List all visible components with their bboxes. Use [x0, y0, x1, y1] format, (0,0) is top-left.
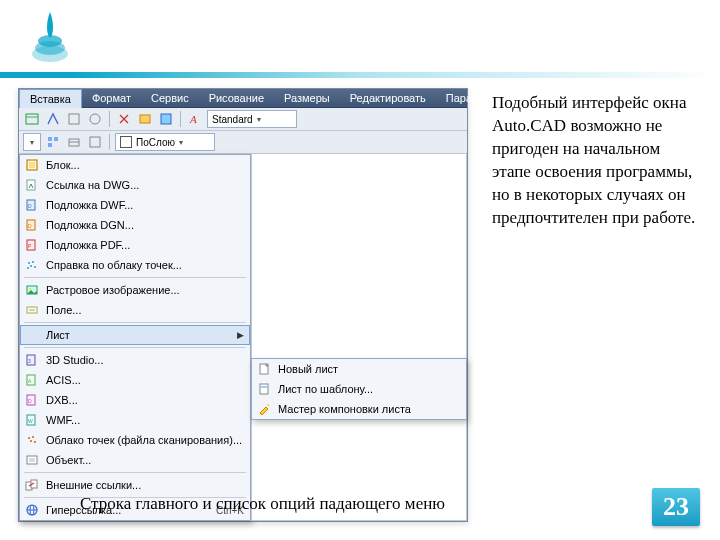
- toolbar-icon[interactable]: [44, 110, 62, 128]
- svg-rect-7: [140, 115, 150, 123]
- toolbar-icon[interactable]: [44, 133, 62, 151]
- menu-item[interactable]: Внешние ссылки...: [20, 475, 250, 495]
- svg-point-42: [28, 437, 30, 439]
- block-icon: [24, 157, 40, 173]
- menu-item[interactable]: 33D Studio...: [20, 350, 250, 370]
- menu-item-label: Подложка DGN...: [46, 219, 244, 231]
- wmf-icon: W: [24, 412, 40, 428]
- submenu-item[interactable]: Новый лист: [252, 359, 466, 379]
- page-number-badge: 23: [652, 488, 700, 526]
- field-icon: [24, 302, 40, 318]
- dgn-icon: D: [24, 217, 40, 233]
- svg-text:D: D: [28, 223, 32, 229]
- drawing-canvas[interactable]: [251, 154, 467, 521]
- menu-item-label: Внешние ссылки...: [46, 479, 244, 491]
- submenu-item-label: Новый лист: [278, 363, 460, 375]
- svg-rect-54: [260, 384, 268, 394]
- toolbar-icon[interactable]: [23, 110, 41, 128]
- toolbar-row-2: ▾ ПоСлою ▾: [19, 131, 467, 154]
- svg-text:D: D: [28, 203, 32, 209]
- svg-text:A: A: [189, 113, 197, 125]
- menu-item[interactable]: Объект...: [20, 450, 250, 470]
- menu-separator: [24, 277, 246, 278]
- 3ds-icon: 3: [24, 352, 40, 368]
- menu-item[interactable]: Сервис: [141, 89, 199, 107]
- menu-item[interactable]: Облако точек (файла сканирования)...: [20, 430, 250, 450]
- svg-rect-12: [48, 143, 52, 147]
- menu-item-label: Объект...: [46, 454, 244, 466]
- color-swatch: [120, 136, 132, 148]
- menu-item[interactable]: Размеры: [274, 89, 340, 107]
- style-combo-value: Standard: [212, 114, 253, 125]
- menu-item-label: Справка по облаку точек...: [46, 259, 244, 271]
- menu-item[interactable]: Лист▶: [20, 325, 250, 345]
- menu-item[interactable]: WWMF...: [20, 410, 250, 430]
- menu-item[interactable]: Редактировать: [340, 89, 436, 107]
- pdf-icon: P: [24, 237, 40, 253]
- svg-point-25: [28, 262, 30, 264]
- submenu-item[interactable]: Мастер компоновки листа: [252, 399, 466, 419]
- pcloud-icon: [24, 257, 40, 273]
- toolbar-icon[interactable]: [65, 110, 83, 128]
- svg-text:D: D: [28, 398, 32, 404]
- sheet-submenu: Новый листЛист по шаблону...Мастер компо…: [251, 358, 467, 420]
- menu-item[interactable]: Вставка: [19, 89, 82, 108]
- toolbar-icon[interactable]: [65, 133, 83, 151]
- raster-icon: [24, 282, 40, 298]
- toolbar-icon[interactable]: [86, 133, 104, 151]
- svg-rect-15: [90, 137, 100, 147]
- svg-point-56: [267, 404, 269, 406]
- text-style-icon[interactable]: A: [186, 110, 204, 128]
- svg-rect-8: [161, 114, 171, 124]
- menu-item[interactable]: DПодложка DWF...: [20, 195, 250, 215]
- submenu-item[interactable]: Лист по шаблону...: [252, 379, 466, 399]
- dwf-icon: D: [24, 197, 40, 213]
- menu-item[interactable]: Формат: [82, 89, 141, 107]
- layer-combo[interactable]: ПоСлою ▾: [115, 133, 215, 151]
- svg-point-44: [30, 440, 32, 442]
- toolbar-icon[interactable]: [157, 110, 175, 128]
- xref-icon: [24, 477, 40, 493]
- submenu-item-label: Лист по шаблону...: [278, 383, 460, 395]
- dropdown-arrow-icon: ▾: [179, 138, 183, 147]
- newsheet-icon: [256, 361, 272, 377]
- slide-logo: [28, 8, 72, 66]
- menu-item[interactable]: AACIS...: [20, 370, 250, 390]
- menu-item[interactable]: Растровое изображение...: [20, 280, 250, 300]
- menu-separator: [24, 347, 246, 348]
- menu-item[interactable]: DDXB...: [20, 390, 250, 410]
- style-combo[interactable]: Standard ▾: [207, 110, 297, 128]
- menu-item[interactable]: Поле...: [20, 300, 250, 320]
- dropdown-arrow-icon: ▾: [30, 138, 34, 147]
- svg-rect-17: [29, 162, 35, 168]
- dropdown-arrow-icon: ▾: [257, 115, 261, 124]
- toolbar-icon[interactable]: [136, 110, 154, 128]
- wizard-icon: [256, 401, 272, 417]
- workarea: Блок...Ссылка на DWG...DПодложка DWF...D…: [19, 154, 467, 521]
- menu-item[interactable]: PПодложка PDF...: [20, 235, 250, 255]
- menu-item-label: DXB...: [46, 394, 244, 406]
- description-text: Подобный интерфейс окна Auto.CAD возможн…: [492, 92, 702, 230]
- menu-item[interactable]: Рисование: [199, 89, 274, 107]
- svg-point-27: [30, 265, 32, 267]
- svg-rect-11: [54, 137, 58, 141]
- toolbar-icon[interactable]: [86, 110, 104, 128]
- svg-rect-47: [29, 458, 35, 462]
- menu-item[interactable]: Справка по облаку точек...: [20, 255, 250, 275]
- toolbar-separator: [109, 111, 110, 127]
- svg-text:3: 3: [28, 358, 31, 364]
- toolbar-icon[interactable]: [115, 110, 133, 128]
- pcloudf-icon: [24, 432, 40, 448]
- menu-item[interactable]: Блок...: [20, 155, 250, 175]
- svg-point-26: [32, 261, 34, 263]
- toolbar-separator: [180, 111, 181, 127]
- menu-item-label: Ссылка на DWG...: [46, 179, 244, 191]
- menu-item[interactable]: Ссылка на DWG...: [20, 175, 250, 195]
- menu-item[interactable]: DПодложка DGN...: [20, 215, 250, 235]
- small-combo[interactable]: ▾: [23, 133, 41, 151]
- menu-item-label: Облако точек (файла сканирования)...: [46, 434, 244, 446]
- svg-point-28: [34, 266, 36, 268]
- menubar: ВставкаФорматСервисРисованиеРазмерыРедак…: [19, 89, 467, 108]
- svg-point-31: [29, 288, 31, 290]
- slide-header: [0, 0, 720, 78]
